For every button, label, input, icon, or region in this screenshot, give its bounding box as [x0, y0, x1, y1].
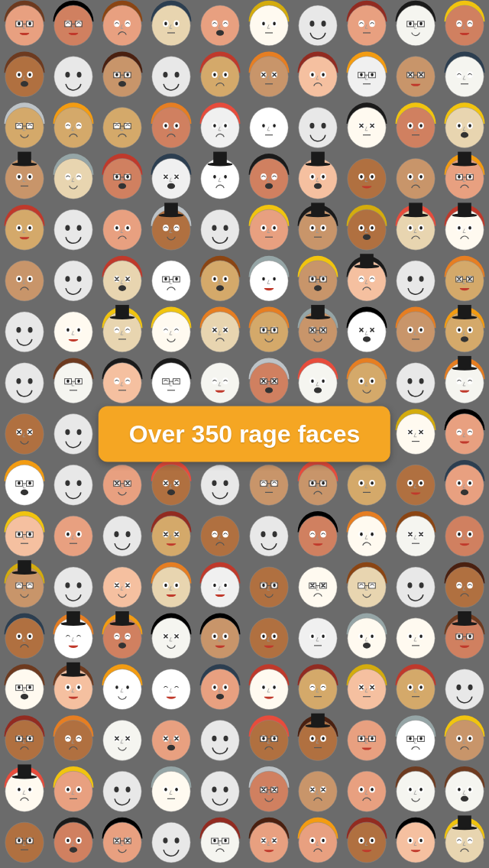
rage-faces-label: Over 350 rage faces: [99, 406, 390, 462]
rage-faces-banner: Over 350 rage faces: [99, 406, 390, 462]
